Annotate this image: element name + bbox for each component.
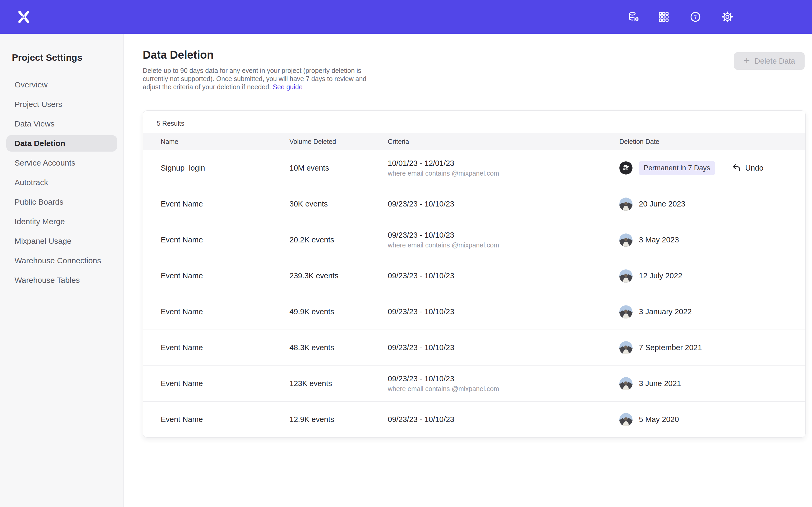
row-criteria: 09/23/23 - 10/10/23	[388, 200, 619, 208]
row-deletion-date: 7 September 2021	[619, 341, 805, 354]
row-name: Event Name	[161, 307, 290, 316]
avatar	[619, 233, 632, 247]
row-volume: 49.9K events	[290, 307, 388, 316]
column-header-volume: Volume Deleted	[290, 138, 388, 146]
deletion-requests-card: 5 Results Name Volume Deleted Criteria D…	[143, 110, 806, 438]
row-name: Event Name	[161, 343, 290, 352]
avatar	[619, 413, 632, 426]
row-criteria: 10/01/23 - 12/01/23 where email contains…	[388, 159, 619, 177]
sidebar-item-project-users[interactable]: Project Users	[6, 95, 117, 114]
row-volume: 30K events	[290, 200, 388, 208]
table-row: Event Name 123K events 09/23/23 - 10/10/…	[143, 365, 805, 401]
row-criteria: 09/23/23 - 10/10/23	[388, 415, 619, 424]
table-row: Event Name 12.9K events 09/23/23 - 10/10…	[143, 401, 805, 437]
sidebar-item-data-views[interactable]: Data Views	[6, 114, 117, 133]
column-header-criteria: Criteria	[388, 138, 619, 146]
row-deletion-date: Permanent in 7 Days Undo	[619, 161, 805, 175]
page-title: Data Deletion	[143, 49, 214, 61]
delete-data-button[interactable]: + Delete Data	[734, 52, 805, 70]
deletion-date-text: 3 January 2022	[639, 307, 692, 316]
avatar	[619, 377, 632, 390]
row-deletion-date: 3 June 2021	[619, 377, 805, 390]
delete-data-button-label: Delete Data	[755, 57, 795, 65]
row-name: Event Name	[161, 415, 290, 424]
row-criteria: 09/23/23 - 10/10/23	[388, 307, 619, 316]
sidebar-item-data-deletion[interactable]: Data Deletion	[6, 135, 117, 152]
deletion-date-text: 12 July 2022	[639, 272, 682, 280]
row-volume: 48.3K events	[290, 343, 388, 352]
row-deletion-date: 20 June 2023	[619, 198, 805, 211]
svg-text:?: ?	[694, 14, 697, 20]
table-header-row: Name Volume Deleted Criteria Deletion Da…	[143, 133, 805, 150]
row-criteria: 09/23/23 - 10/10/23 where email contains…	[388, 375, 619, 393]
table-row: Event Name 239.3K events 09/23/23 - 10/1…	[143, 258, 805, 294]
sidebar-item-warehouse-connections[interactable]: Warehouse Connections	[6, 251, 117, 270]
row-volume: 10M events	[290, 164, 388, 172]
row-volume: 12.9K events	[290, 415, 388, 424]
avatar	[619, 269, 632, 283]
deletion-date-text: 3 May 2023	[639, 235, 679, 244]
undo-icon	[731, 163, 742, 173]
apps-grid-icon[interactable]	[658, 11, 670, 23]
page-description: Delete up to 90 days data for any event …	[143, 66, 378, 91]
sidebar-item-service-accounts[interactable]: Service Accounts	[6, 153, 117, 173]
table-row: Event Name 30K events 09/23/23 - 10/10/2…	[143, 186, 805, 222]
row-name: Event Name	[161, 272, 290, 280]
top-navigation-bar: ?	[0, 0, 812, 34]
row-name: Event Name	[161, 379, 290, 388]
sidebar-item-identity-merge[interactable]: Identity Merge	[6, 212, 117, 231]
sidebar-item-overview[interactable]: Overview	[6, 75, 117, 95]
sidebar-item-autotrack[interactable]: Autotrack	[6, 173, 117, 192]
row-deletion-date: 3 May 2023	[619, 233, 805, 247]
deletion-date-text: 3 June 2021	[639, 379, 681, 388]
see-guide-link[interactable]: See guide	[273, 83, 303, 91]
avatar	[619, 198, 632, 211]
status-badge: Permanent in 7 Days	[639, 161, 715, 175]
data-settings-icon[interactable]	[628, 11, 640, 23]
undo-label: Undo	[745, 164, 763, 172]
row-criteria: 09/23/23 - 10/10/23	[388, 272, 619, 280]
table-body: Signup_login 10M events 10/01/23 - 12/01…	[143, 150, 805, 437]
sidebar-item-mixpanel-usage[interactable]: Mixpanel Usage	[6, 231, 117, 251]
avatar	[619, 161, 632, 175]
row-name: Event Name	[161, 200, 290, 208]
avatar	[619, 341, 632, 354]
page-description-text: Delete up to 90 days data for any event …	[143, 67, 366, 91]
row-volume: 20.2K events	[290, 235, 388, 244]
row-name: Signup_login	[161, 164, 290, 172]
sidebar-title: Project Settings	[12, 52, 123, 63]
results-count: 5 Results	[143, 111, 805, 133]
project-settings-sidebar: Project Settings Overview Project Users …	[0, 34, 124, 507]
sidebar-item-warehouse-tables[interactable]: Warehouse Tables	[6, 270, 117, 290]
undo-button[interactable]: Undo	[731, 163, 763, 173]
deletion-date-text: 7 September 2021	[639, 343, 702, 352]
row-criteria: 09/23/23 - 10/10/23 where email contains…	[388, 231, 619, 249]
plus-icon: +	[744, 55, 750, 66]
mixpanel-logo-icon[interactable]	[16, 9, 31, 24]
sidebar-menu: Overview Project Users Data Views Data D…	[0, 75, 123, 290]
table-row: Event Name 49.9K events 09/23/23 - 10/10…	[143, 294, 805, 330]
column-header-name: Name	[161, 138, 290, 146]
deletion-date-text: 20 June 2023	[639, 200, 686, 208]
column-header-deletion-date: Deletion Date	[619, 138, 805, 146]
table-row: Event Name 20.2K events 09/23/23 - 10/10…	[143, 222, 805, 258]
sidebar-item-public-boards[interactable]: Public Boards	[6, 192, 117, 212]
deletion-date-text: 5 May 2020	[639, 415, 679, 424]
table-row: Signup_login 10M events 10/01/23 - 12/01…	[143, 150, 805, 186]
help-icon[interactable]: ?	[689, 11, 702, 23]
table-row: Event Name 48.3K events 09/23/23 - 10/10…	[143, 330, 805, 365]
row-deletion-date: 5 May 2020	[619, 413, 805, 426]
row-deletion-date: 3 January 2022	[619, 305, 805, 319]
row-criteria: 09/23/23 - 10/10/23	[388, 343, 619, 352]
row-volume: 123K events	[290, 379, 388, 388]
row-volume: 239.3K events	[290, 272, 388, 280]
row-name: Event Name	[161, 235, 290, 244]
avatar	[619, 305, 632, 319]
row-deletion-date: 12 July 2022	[619, 269, 805, 283]
settings-gear-icon[interactable]	[721, 11, 733, 23]
